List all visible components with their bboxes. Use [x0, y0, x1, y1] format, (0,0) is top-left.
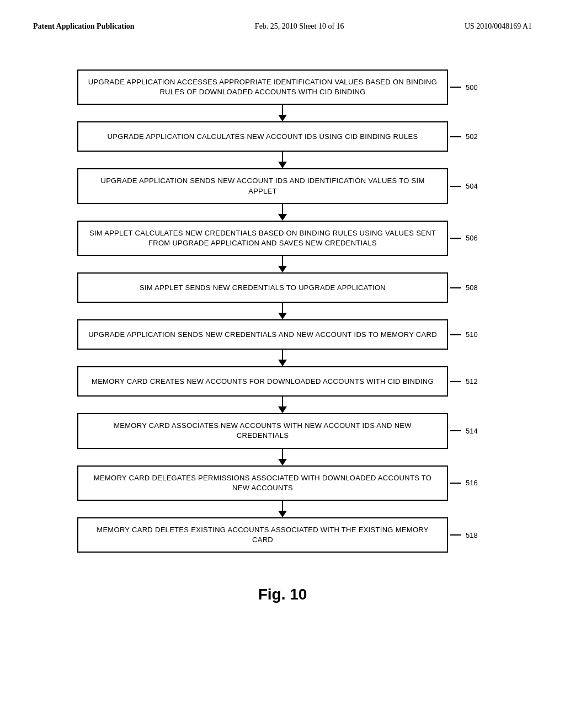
header-patent-number: US 2010/0048169 A1: [465, 22, 532, 31]
flowchart-diagram: UPGRADE APPLICATION ACCESSES APPROPRIATE…: [33, 58, 532, 564]
flow-box-502: UPGRADE APPLICATION CALCULATES NEW ACCOU…: [77, 121, 448, 152]
connector-line-506: [450, 238, 461, 239]
flow-row-510: UPGRADE APPLICATION SENDS NEW CREDENTIAL…: [77, 319, 488, 350]
arrow-3-4: [77, 256, 488, 272]
flow-box-518: MEMORY CARD DELETES EXISTING ACCOUNTS AS…: [77, 517, 448, 553]
arrow-4-5: [77, 303, 488, 319]
label-502: 502: [450, 132, 488, 141]
header-date-sheet: Feb. 25, 2010 Sheet 10 of 16: [255, 22, 344, 31]
connector-line-508: [450, 287, 461, 288]
flow-row-502: UPGRADE APPLICATION CALCULATES NEW ACCOU…: [77, 121, 488, 152]
connector-line-512: [450, 381, 461, 382]
flow-row-508: SIM APPLET SENDS NEW CREDENTIALS TO UPGR…: [77, 272, 488, 303]
page-header: Patent Application Publication Feb. 25, …: [33, 22, 532, 31]
arrow-0-1: [77, 105, 488, 121]
flow-box-514: MEMORY CARD ASSOCIATES NEW ACCOUNTS WITH…: [77, 413, 448, 448]
flow-row-512: MEMORY CARD CREATES NEW ACCOUNTS FOR DOW…: [77, 366, 488, 397]
flow-row-518: MEMORY CARD DELETES EXISTING ACCOUNTS AS…: [77, 517, 488, 553]
label-514: 514: [450, 427, 488, 435]
arrow-2-3: [77, 204, 488, 221]
flow-row-516: MEMORY CARD DELEGATES PERMISSIONS ASSOCI…: [77, 465, 488, 501]
label-518: 518: [450, 531, 488, 539]
flow-box-506: SIM APPLET CALCULATES NEW CREDENTIALS BA…: [77, 221, 448, 256]
header-publication-label: Patent Application Publication: [33, 22, 135, 31]
figure-caption: Fig. 10: [33, 586, 532, 603]
connector-line-500: [450, 87, 461, 88]
arrow-5-6: [77, 350, 488, 366]
flow-box-516: MEMORY CARD DELEGATES PERMISSIONS ASSOCI…: [77, 465, 448, 501]
flow-box-500: UPGRADE APPLICATION ACCESSES APPROPRIATE…: [77, 69, 448, 105]
connector-line-516: [450, 483, 461, 484]
label-516: 516: [450, 479, 488, 487]
flow-row-504: UPGRADE APPLICATION SENDS NEW ACCOUNT ID…: [77, 168, 488, 204]
label-512: 512: [450, 377, 488, 386]
label-504: 504: [450, 182, 488, 190]
flow-box-504: UPGRADE APPLICATION SENDS NEW ACCOUNT ID…: [77, 168, 448, 204]
flow-row-514: MEMORY CARD ASSOCIATES NEW ACCOUNTS WITH…: [77, 413, 488, 448]
flow-row-506: SIM APPLET CALCULATES NEW CREDENTIALS BA…: [77, 221, 488, 256]
flow-row-500: UPGRADE APPLICATION ACCESSES APPROPRIATE…: [77, 69, 488, 105]
flow-box-510: UPGRADE APPLICATION SENDS NEW CREDENTIAL…: [77, 319, 448, 350]
connector-line-502: [450, 136, 461, 137]
arrow-7-8: [77, 449, 488, 465]
connector-line-510: [450, 334, 461, 335]
arrow-1-2: [77, 152, 488, 168]
connector-line-518: [450, 534, 461, 536]
flow-box-512: MEMORY CARD CREATES NEW ACCOUNTS FOR DOW…: [77, 366, 448, 397]
label-510: 510: [450, 330, 488, 339]
label-508: 508: [450, 283, 488, 292]
page: Patent Application Publication Feb. 25, …: [0, 0, 565, 728]
arrow-8-9: [77, 501, 488, 517]
label-500: 500: [450, 83, 488, 92]
label-506: 506: [450, 234, 488, 242]
connector-line-504: [450, 186, 461, 187]
arrow-6-7: [77, 397, 488, 413]
flow-box-508: SIM APPLET SENDS NEW CREDENTIALS TO UPGR…: [77, 272, 448, 303]
connector-line-514: [450, 430, 461, 431]
